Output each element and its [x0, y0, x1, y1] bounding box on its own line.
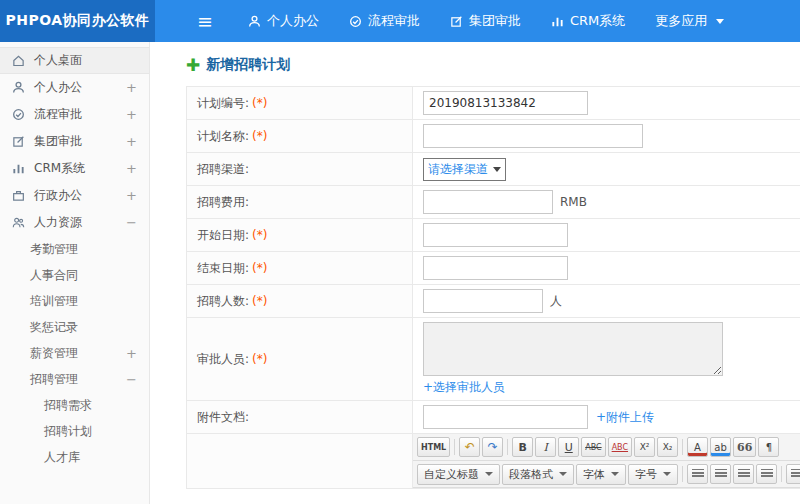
- field-cell: +附件上传: [413, 401, 800, 434]
- nav-more-apps[interactable]: 更多应用: [640, 0, 739, 42]
- sidebar-item-desktop[interactable]: 个人桌面: [0, 47, 149, 74]
- html-source-button[interactable]: HTML: [417, 437, 450, 457]
- superscript-icon[interactable]: X²: [634, 437, 655, 457]
- headcount-input[interactable]: [423, 289, 543, 313]
- expand-plus-icon[interactable]: +: [126, 134, 137, 149]
- sidebar-item-crm[interactable]: CRM系统 +: [0, 155, 149, 182]
- expand-plus-icon[interactable]: +: [126, 188, 137, 203]
- dropdown-label: 字体: [583, 467, 605, 482]
- start-date-input[interactable]: [423, 223, 568, 247]
- font-family-dropdown[interactable]: 字体: [576, 464, 626, 485]
- custom-heading-dropdown[interactable]: 自定义标题: [417, 464, 500, 485]
- sidebar-item-recruit-plan[interactable]: 招聘计划: [0, 418, 149, 444]
- form-row-plan-name: 计划名称:(*): [187, 120, 800, 153]
- select-approver-link[interactable]: +选择审批人员: [423, 379, 505, 396]
- sidebar-item-hr-contract[interactable]: 人事合同: [0, 262, 149, 288]
- sidebar-item-hr[interactable]: 人力资源 −: [0, 209, 149, 236]
- field-cell: [413, 120, 800, 153]
- required-marker: (*): [252, 228, 267, 242]
- sidebar-item-training[interactable]: 培训管理: [0, 288, 149, 314]
- italic-icon[interactable]: I: [535, 437, 556, 457]
- nav-crm-system[interactable]: CRM系统: [536, 0, 640, 42]
- subscript-icon[interactable]: X₂: [657, 437, 678, 457]
- font-size-dropdown[interactable]: 字号: [628, 464, 678, 485]
- field-cell: 请选择渠道: [413, 153, 800, 186]
- bold-icon[interactable]: B: [512, 437, 533, 457]
- nav-personal-office[interactable]: 个人办公: [233, 0, 334, 42]
- hamburger-icon[interactable]: ≡: [197, 12, 213, 31]
- blockquote-icon[interactable]: 66: [733, 437, 756, 457]
- attachment-input[interactable]: [423, 405, 588, 429]
- field-cell: RMB: [413, 186, 800, 219]
- sidebar-item-talent-pool[interactable]: 人才库: [0, 444, 149, 470]
- paragraph-format-dropdown[interactable]: 段落格式: [502, 464, 574, 485]
- end-date-input[interactable]: [423, 256, 568, 280]
- align-justify-icon: [761, 469, 773, 479]
- font-color-icon[interactable]: A: [687, 437, 708, 457]
- sidebar-item-recruit-needs[interactable]: 招聘需求: [0, 392, 149, 418]
- field-label: 招聘费用:: [197, 195, 249, 209]
- sidebar-item-label: 考勤管理: [30, 241, 137, 258]
- expand-plus-icon[interactable]: +: [126, 107, 137, 122]
- nav-group-approval[interactable]: 集团审批: [435, 0, 536, 42]
- plan-name-input[interactable]: [423, 124, 643, 148]
- expand-plus-icon[interactable]: +: [126, 80, 137, 95]
- expand-plus-icon[interactable]: +: [126, 161, 137, 176]
- toolbar-separator: [507, 439, 508, 455]
- redo-icon[interactable]: ↷: [482, 437, 503, 457]
- align-center-icon[interactable]: [710, 464, 731, 484]
- bar-chart-icon: [11, 162, 26, 175]
- paragraph-icon[interactable]: ¶: [758, 437, 779, 457]
- attachment-upload-link[interactable]: +附件上传: [596, 410, 654, 424]
- collapse-minus-icon[interactable]: −: [126, 372, 137, 387]
- caret-down-icon: [559, 472, 567, 476]
- plan-no-input[interactable]: [423, 91, 588, 115]
- sidebar-item-attendance[interactable]: 考勤管理: [0, 236, 149, 262]
- sidebar-item-flow-approval[interactable]: 流程审批 +: [0, 101, 149, 128]
- align-left-icon[interactable]: [687, 464, 708, 484]
- align-left-icon: [692, 469, 704, 479]
- channel-select[interactable]: 请选择渠道: [423, 158, 506, 181]
- form-row-end-date: 结束日期:(*): [187, 252, 800, 285]
- sidebar-item-label: 薪资管理: [30, 345, 126, 362]
- underline-icon[interactable]: U: [558, 437, 579, 457]
- form-row-plan-no: 计划编号:(*): [187, 87, 800, 120]
- sidebar-item-rewards[interactable]: 奖惩记录: [0, 314, 149, 340]
- dropdown-label: 自定义标题: [424, 467, 479, 482]
- sidebar-item-label: 招聘管理: [30, 371, 126, 388]
- toolbar-separator: [454, 439, 455, 455]
- form-row-editor: HTML ↶ ↷ B I U ABC ABC X²: [187, 434, 800, 489]
- top-nav: 个人办公 流程审批 集团审批 CRM系统 更多应用: [233, 0, 739, 42]
- spellcheck-icon[interactable]: ABC: [608, 437, 632, 457]
- sidebar-item-recruitment[interactable]: 招聘管理 −: [0, 366, 149, 392]
- fee-input[interactable]: [423, 190, 553, 214]
- highlight-color-icon[interactable]: ab: [710, 437, 731, 457]
- align-right-icon[interactable]: [733, 464, 754, 484]
- field-cell: +选择审批人员: [413, 318, 800, 401]
- sidebar-item-personal-office[interactable]: 个人办公 +: [0, 74, 149, 101]
- page-title: ✚ 新增招聘计划: [186, 56, 800, 74]
- strikethrough-icon[interactable]: ABC: [581, 437, 605, 457]
- collapse-minus-icon[interactable]: −: [126, 215, 137, 230]
- align-justify-icon[interactable]: [756, 464, 777, 484]
- nav-label: 更多应用: [655, 12, 707, 30]
- form-row-attachment: 附件文档: +附件上传: [187, 401, 800, 434]
- undo-icon[interactable]: ↶: [459, 437, 480, 457]
- edit-approval-icon: [11, 135, 26, 148]
- sidebar-item-group-approval[interactable]: 集团审批 +: [0, 128, 149, 155]
- field-cell: [413, 219, 800, 252]
- approver-textarea[interactable]: [423, 322, 723, 376]
- caret-down-icon: [663, 472, 671, 476]
- outdent-icon[interactable]: [786, 464, 800, 484]
- headcount-unit-label: 人: [550, 294, 562, 308]
- nav-flow-approval[interactable]: 流程审批: [334, 0, 435, 42]
- field-label: 招聘人数:: [197, 294, 249, 308]
- sidebar-item-label: 奖惩记录: [30, 319, 137, 336]
- form-row-channel: 招聘渠道: 请选择渠道: [187, 153, 800, 186]
- sidebar-item-salary[interactable]: 薪资管理 +: [0, 340, 149, 366]
- expand-plus-icon[interactable]: +: [126, 346, 137, 361]
- sidebar-item-admin-office[interactable]: 行政办公 +: [0, 182, 149, 209]
- add-plus-icon: ✚: [186, 57, 200, 74]
- dropdown-label: 段落格式: [509, 467, 553, 482]
- sidebar-item-label: 招聘计划: [44, 423, 92, 440]
